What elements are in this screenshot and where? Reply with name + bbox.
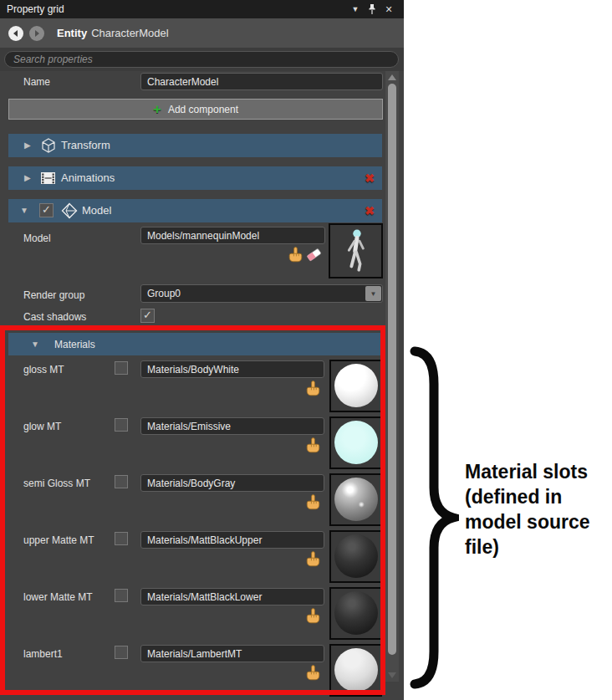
plus-icon: + (153, 101, 161, 118)
curly-brace-annotation (407, 345, 459, 690)
section-header-materials[interactable]: ▼ Materials (8, 333, 382, 355)
back-button[interactable] (8, 26, 23, 41)
material-slot-label: glow MT (23, 421, 61, 432)
breadcrumb-entity-name: CharacterModel (91, 27, 169, 39)
hand-picker-icon[interactable] (306, 494, 320, 514)
panel-titlebar: Property grid ▼ ✕ (0, 0, 404, 18)
search-row (0, 48, 404, 71)
material-checkbox[interactable] (115, 589, 128, 602)
forward-button[interactable] (29, 26, 44, 41)
material-sphere-preview (334, 421, 378, 464)
material-checkbox[interactable] (115, 646, 128, 659)
model-diamond-icon (61, 202, 78, 219)
name-label: Name (23, 76, 50, 88)
material-thumbnail[interactable] (329, 473, 382, 526)
material-reference-input[interactable] (140, 360, 324, 378)
close-icon[interactable]: ✕ (380, 4, 397, 15)
material-slot-label: semi Gloss MT (23, 478, 90, 489)
animations-label: Animations (61, 171, 115, 184)
scroll-down-icon[interactable] (388, 672, 396, 678)
render-group-value: Group0 (141, 288, 365, 299)
expander-icon[interactable]: ▼ (20, 206, 28, 215)
material-thumbnail[interactable] (329, 644, 382, 697)
hand-picker-icon[interactable] (306, 608, 320, 627)
material-sphere-preview (334, 478, 378, 521)
material-row: semi Gloss MT (0, 474, 385, 529)
expander-icon[interactable]: ▼ (31, 340, 39, 349)
material-slot-label: lambert1 (23, 648, 63, 660)
name-input[interactable] (140, 73, 383, 90)
expander-icon[interactable]: ▶ (24, 173, 31, 182)
expander-icon[interactable]: ▶ (24, 141, 31, 150)
material-row: glow MT (0, 417, 385, 473)
material-thumbnail[interactable] (329, 360, 382, 412)
hand-picker-icon[interactable] (306, 665, 320, 684)
eraser-icon[interactable] (306, 248, 322, 265)
material-thumbnail[interactable] (329, 530, 382, 583)
delete-component-icon[interactable]: ✖ (365, 204, 375, 217)
material-row: gloss MT (0, 360, 385, 416)
model-enabled-checkbox[interactable]: ✓ (39, 203, 54, 217)
hand-picker-icon[interactable] (288, 247, 303, 266)
material-checkbox[interactable] (115, 475, 128, 488)
material-reference-input[interactable] (140, 588, 324, 605)
annotation-line: model source (465, 509, 590, 534)
material-sphere-preview (334, 591, 378, 635)
chevron-down-icon[interactable]: ▼ (365, 286, 381, 301)
material-thumbnail[interactable] (329, 416, 382, 469)
hand-picker-icon[interactable] (306, 381, 320, 400)
scroll-up-icon[interactable] (388, 74, 396, 80)
transform-label: Transform (61, 139, 110, 151)
pin-icon[interactable] (364, 3, 380, 15)
hand-picker-icon[interactable] (306, 551, 320, 570)
material-slot-label: upper Matte MT (23, 534, 94, 546)
material-reference-input[interactable] (140, 474, 324, 492)
add-component-label: Add component (168, 104, 238, 115)
search-input[interactable] (4, 51, 399, 68)
panel-title: Property grid (7, 3, 64, 15)
materials-label: Materials (54, 339, 95, 350)
section-header-transform[interactable]: ▶ Transform (8, 134, 382, 157)
annotation-text: Material slots (defined in model source … (465, 459, 590, 559)
scrollbar-thumb[interactable] (388, 84, 396, 655)
hand-picker-icon[interactable] (306, 437, 320, 457)
render-group-select[interactable]: Group0 ▼ (140, 284, 383, 303)
annotation-line: (defined in (465, 484, 590, 509)
add-component-button[interactable]: + Add component (8, 99, 383, 120)
material-slot-label: gloss MT (23, 364, 64, 376)
model-reference-input[interactable] (140, 227, 325, 244)
render-group-label: Render group (23, 289, 84, 301)
material-row: lower Matte MT (0, 588, 385, 643)
screenshot-root: Property grid ▼ ✕ Entity CharacterModel … (0, 0, 612, 700)
material-slot-label: lower Matte MT (23, 591, 93, 603)
material-sphere-preview (334, 364, 378, 407)
model-label: Model (82, 204, 111, 217)
panel-menu-chevron-icon[interactable]: ▼ (347, 5, 364, 13)
property-grid-panel: Property grid ▼ ✕ Entity CharacterModel … (0, 0, 404, 700)
breadcrumb: Entity CharacterModel (0, 18, 404, 48)
mannequin-preview (330, 225, 381, 277)
material-checkbox[interactable] (115, 418, 128, 432)
material-checkbox[interactable] (115, 532, 128, 545)
model-thumbnail[interactable] (329, 223, 383, 278)
material-reference-input[interactable] (140, 417, 324, 435)
annotation-line: file) (465, 534, 590, 559)
material-row: lambert1 (0, 645, 385, 700)
cast-shadows-label: Cast shadows (23, 311, 86, 323)
film-icon (40, 171, 56, 185)
delete-component-icon[interactable]: ✖ (365, 171, 375, 185)
material-sphere-preview (334, 648, 378, 692)
model-field-label: Model (23, 232, 51, 244)
cast-shadows-checkbox[interactable]: ✓ (140, 309, 155, 323)
material-thumbnail[interactable] (329, 587, 382, 640)
material-checkbox[interactable] (115, 361, 128, 375)
annotation-line: Material slots (465, 459, 590, 484)
material-sphere-preview (334, 534, 378, 578)
material-reference-input[interactable] (140, 645, 324, 662)
breadcrumb-entity-type: Entity (57, 27, 87, 39)
transform-cube-icon (40, 137, 57, 154)
section-header-model[interactable]: ▼ ✓ Model ✖ (8, 199, 382, 222)
section-header-animations[interactable]: ▶ Animations ✖ (8, 166, 382, 190)
vertical-scrollbar[interactable] (385, 71, 399, 682)
material-reference-input[interactable] (140, 531, 324, 549)
